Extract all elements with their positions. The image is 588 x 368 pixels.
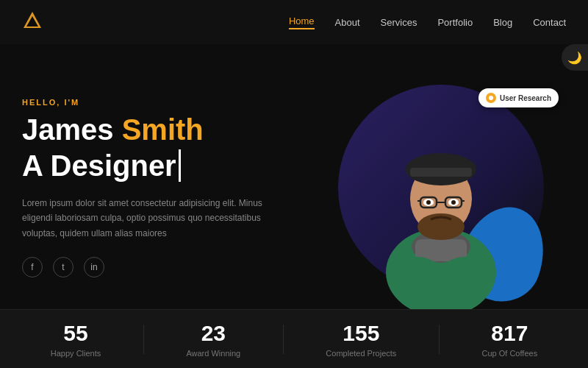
nav-services[interactable]: Services — [381, 17, 417, 28]
hello-label: HELLO, I'M — [22, 98, 301, 107]
stat-label-1: Award Winning — [186, 349, 240, 358]
svg-rect-5 — [410, 168, 472, 177]
facebook-link[interactable]: f — [22, 257, 43, 277]
badge-tooltip: User Research — [478, 88, 559, 107]
stat-completed-projects: 155 Completed Projects — [326, 321, 396, 358]
stat-number-1: 23 — [201, 321, 226, 346]
logo — [22, 10, 43, 34]
badge-text: User Research — [500, 94, 551, 102]
stat-label-0: Happy Clients — [51, 349, 101, 358]
stat-label-3: Cup Of Coffees — [482, 349, 538, 358]
hero-section: HELLO, I'M James Smith A Designer Lorem … — [0, 44, 588, 309]
hero-name: James Smith — [22, 113, 301, 146]
stat-divider-2 — [283, 325, 284, 354]
social-links: f t in — [22, 257, 301, 277]
hero-right: User Research — [316, 66, 566, 309]
nav-blog[interactable]: Blog — [493, 17, 512, 28]
hero-role: A Designer — [22, 149, 301, 183]
stat-number-2: 155 — [343, 321, 379, 346]
nav-portfolio[interactable]: Portfolio — [437, 17, 473, 28]
stat-number-0: 55 — [63, 321, 87, 346]
stat-award-winning: 23 Award Winning — [186, 321, 240, 358]
person-image — [353, 96, 529, 309]
nav-contact[interactable]: Contact — [533, 17, 566, 28]
stat-label-2: Completed Projects — [326, 349, 396, 358]
stats-bar: 55 Happy Clients 23 Award Winning 155 Co… — [0, 309, 588, 368]
linkedin-link[interactable]: in — [84, 257, 104, 277]
stat-divider-3 — [439, 325, 440, 354]
stat-cup-of-coffees: 817 Cup Of Coffees — [482, 321, 538, 358]
main-nav: Home About Services Portfolio Blog Conta… — [289, 15, 566, 29]
last-name: Smith — [122, 113, 204, 146]
stat-number-3: 817 — [491, 321, 528, 346]
svg-point-14 — [426, 200, 431, 205]
hero-description: Lorem ipsum dolor sit amet consectetur a… — [22, 196, 272, 241]
svg-point-16 — [489, 96, 493, 100]
twitter-link[interactable]: t — [53, 257, 74, 277]
stat-happy-clients: 55 Happy Clients — [51, 321, 101, 358]
nav-home[interactable]: Home — [289, 15, 315, 29]
badge-icon — [486, 93, 496, 103]
nav-about[interactable]: About — [335, 17, 360, 28]
hero-left: HELLO, I'M James Smith A Designer Lorem … — [22, 66, 316, 309]
first-name: James — [22, 113, 114, 146]
header: Home About Services Portfolio Blog Conta… — [0, 0, 588, 44]
svg-point-15 — [451, 200, 456, 205]
stat-divider-1 — [143, 325, 144, 354]
